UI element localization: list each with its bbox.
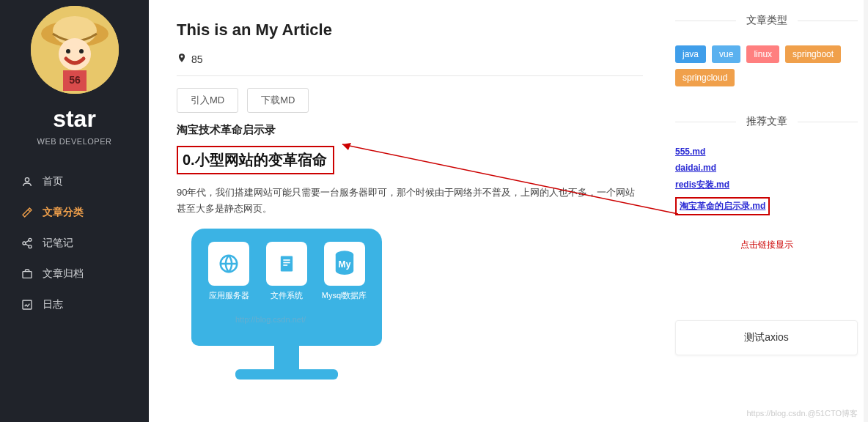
tag-springboot[interactable]: springboot (785, 45, 841, 63)
sidebar-item-label: 文章分类 (43, 206, 84, 219)
share-icon (21, 237, 34, 250)
rec-link[interactable]: 淘宝革命的启示录.md (680, 200, 765, 212)
svg-point-11 (29, 245, 32, 248)
chart-icon (21, 298, 34, 311)
tag-java[interactable]: java (675, 45, 706, 63)
tag-list: java vue linux springboot springcloud (675, 45, 858, 86)
user-icon (21, 175, 34, 188)
article-title: This is an My Article (177, 21, 643, 40)
tag-linux[interactable]: linux (746, 45, 779, 63)
sidebar-item-label: 记笔记 (43, 237, 73, 250)
svg-text:56: 56 (69, 74, 81, 86)
right-column: 文章类型 java vue linux springboot springclo… (659, 0, 868, 422)
svg-point-9 (29, 238, 32, 241)
import-md-button[interactable]: 引入MD (177, 88, 238, 113)
tag-springcloud[interactable]: springcloud (675, 69, 735, 86)
article-paragraph: 90年代，我们搭建网站可能只需要一台服务器即可，那个时候由于网络并不普及，上网的… (177, 185, 639, 217)
svg-rect-12 (23, 272, 32, 278)
annotation-note: 点击链接显示 (675, 239, 858, 251)
section-heading: 0.小型网站的变革宿命 (183, 150, 328, 170)
sidebar-name: star (53, 106, 96, 133)
sidebar-item-archive[interactable]: 文章归档 (0, 259, 149, 289)
rec-link[interactable]: daidai.md (675, 163, 858, 173)
article-subhead: 淘宝技术革命启示录 (177, 123, 643, 137)
sidebar-item-log[interactable]: 日志 (0, 289, 149, 320)
sidebar-item-label: 首页 (43, 175, 63, 188)
globe-icon (208, 242, 249, 286)
section-heading-box: 0.小型网站的变革宿命 (177, 146, 334, 174)
sidebar-nav: 首页 文章分类 记笔记 文章归档 日志 (0, 166, 149, 320)
svg-text:My: My (338, 260, 350, 270)
recommend-list: 555.md daidai.md redis安装.md 淘宝革命的启示录.md (675, 147, 858, 215)
rec-link[interactable]: redis安装.md (675, 179, 858, 191)
svg-point-10 (23, 242, 26, 245)
svg-rect-16 (283, 259, 290, 261)
briefcase-icon (21, 267, 34, 281)
sidebar-item-notes[interactable]: 记笔记 (0, 228, 149, 259)
sidebar: 56 star WEB DEVELOPER 首页 文章分类 记笔记 文章归档 日… (0, 0, 149, 422)
rec-link-highlighted: 淘宝革命的启示录.md (675, 197, 770, 215)
server-illustration: 应用服务器 文件系统 MyMysql数据库 http://blog.csdn.n… (191, 229, 382, 390)
view-count: 85 (191, 53, 203, 65)
page-watermark: https://blog.csdn.@51CTO博客 (746, 408, 858, 419)
svg-rect-18 (283, 264, 287, 266)
edit-icon (21, 206, 34, 219)
doc-icon (266, 242, 307, 286)
sidebar-item-label: 日志 (43, 298, 63, 311)
rec-link[interactable]: 555.md (675, 147, 858, 157)
svg-rect-13 (23, 300, 32, 309)
scrollbar[interactable] (864, 0, 868, 422)
svg-rect-17 (283, 262, 290, 264)
svg-rect-15 (281, 256, 293, 272)
main-content: This is an My Article 85 引入MD 下载MD 淘宝技术革… (149, 0, 659, 422)
sidebar-item-home[interactable]: 首页 (0, 166, 149, 197)
article-meta: 85 (177, 53, 643, 76)
sidebar-item-label: 文章归档 (43, 267, 84, 281)
svg-point-3 (59, 38, 91, 70)
db-icon: My (324, 242, 365, 286)
button-row: 引入MD 下载MD (177, 88, 643, 113)
section-recommend: 推荐文章 (675, 107, 858, 136)
svg-point-5 (79, 49, 84, 53)
section-article-type: 文章类型 (675, 6, 858, 35)
axios-test-card[interactable]: 测试axios (675, 320, 858, 355)
tag-vue[interactable]: vue (712, 45, 740, 63)
sidebar-role: WEB DEVELOPER (37, 137, 112, 146)
download-md-button[interactable]: 下载MD (247, 88, 309, 113)
avatar: 56 (31, 6, 119, 94)
svg-point-4 (66, 49, 70, 53)
watermark-csdn: http://blog.csdn.net/ (235, 315, 306, 324)
location-icon (177, 53, 187, 65)
sidebar-item-category[interactable]: 文章分类 (0, 197, 149, 228)
svg-point-8 (25, 178, 29, 182)
